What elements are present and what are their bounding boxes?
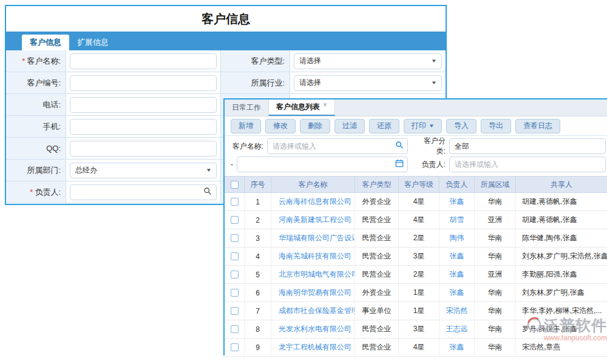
cell-seq: 9 — [245, 339, 271, 356]
filter-owner-input[interactable] — [449, 157, 606, 172]
cell-owner[interactable]: 张鑫 — [439, 339, 475, 356]
toolbar-print-button[interactable]: 打印▼ — [404, 119, 442, 133]
cell-owner[interactable]: 张鑫 — [439, 248, 475, 265]
toolbar-view-log-button[interactable]: 查看日志 — [515, 119, 560, 133]
row-checkbox[interactable] — [231, 343, 239, 351]
button-label: 删除 — [308, 121, 322, 131]
table-row: 2河南美新建筑工程公司民营企业4星胡雪亚洲胡建,蒋德帆,张鑫 — [225, 211, 607, 229]
cell-customer-name[interactable]: 华瑞城有限公司广告设计部 — [271, 229, 355, 247]
toolbar-restore-button[interactable]: 还原 — [369, 119, 399, 133]
row-checkbox-cell — [225, 193, 245, 211]
column-header-shared: 共享人 — [516, 177, 607, 192]
filter-name-input[interactable] — [267, 138, 408, 154]
search-icon[interactable] — [203, 187, 212, 198]
field-qq-input[interactable] — [70, 141, 217, 157]
cell-region: 华南 — [475, 339, 516, 356]
filter-row-2: - 负责人: — [225, 155, 607, 174]
field-customer-name-label: *客户名称: — [6, 50, 66, 72]
field-customer-type-select[interactable]: 请选择▼ — [294, 53, 442, 69]
filter-date-input[interactable] — [237, 157, 408, 172]
cell-customer-type: 民营企业 — [355, 211, 399, 229]
cell-customer-name[interactable]: 海南明华贸易有限公司 — [271, 284, 355, 302]
row-checkbox-cell — [225, 284, 245, 302]
close-icon[interactable]: × — [323, 101, 327, 109]
row-checkbox[interactable] — [231, 216, 239, 224]
form-tab-extended-info[interactable]: 扩展信息 — [69, 35, 117, 50]
field-label-text: 客户名称: — [27, 56, 61, 67]
button-label: 修改 — [273, 121, 288, 131]
field-industry-select[interactable]: 请选择▼ — [294, 75, 442, 91]
cell-customer-name[interactable]: 云南海祥信息有限公司 — [271, 193, 355, 211]
cell-customer-name[interactable]: 河南美新建筑工程公司 — [271, 211, 355, 229]
field-customer-name-input[interactable] — [70, 53, 217, 69]
cell-customer-name[interactable]: 龙宇工程机械有限公司 — [271, 339, 355, 356]
cell-customer-name[interactable]: 北京市明城电气有限公司 — [271, 266, 355, 283]
row-checkbox[interactable] — [231, 198, 239, 206]
row-checkbox-cell — [225, 248, 245, 265]
field-department-select[interactable]: 总经办▼ — [70, 163, 217, 178]
toolbar-add-button[interactable]: 新增 — [231, 119, 261, 133]
field-label-text: 负责人: — [35, 187, 61, 198]
cell-customer-level: 4星 — [399, 339, 439, 356]
toolbar-import-button[interactable]: 导入 — [446, 119, 476, 133]
row-checkbox[interactable] — [231, 325, 239, 333]
cell-shared: 李勤丽,阳强,张鑫 — [516, 266, 607, 283]
cell-seq: 5 — [245, 266, 271, 283]
cell-owner[interactable]: 王志远 — [439, 320, 475, 338]
field-owner-input[interactable] — [70, 184, 217, 200]
tab-daily-work[interactable]: 日常工作 — [225, 99, 268, 116]
button-label: 新增 — [239, 121, 253, 131]
field-mobile-input[interactable] — [70, 119, 217, 135]
table-row: 1云南海祥信息有限公司外资企业4星张鑫华南胡建,蒋德帆,张鑫 — [225, 193, 607, 211]
row-checkbox[interactable] — [231, 234, 239, 242]
field-customer-code-cell — [66, 72, 221, 94]
row-checkbox[interactable] — [231, 252, 239, 260]
field-telephone-input[interactable] — [70, 97, 217, 113]
cell-owner[interactable]: 宋浩然 — [439, 302, 475, 320]
search-icon[interactable] — [395, 141, 404, 152]
cell-shared: 陈华健,陶伟,张鑫 — [516, 229, 607, 247]
cell-customer-type: 外资企业 — [355, 193, 399, 211]
form-tab-customer-info[interactable]: 客户信息 — [22, 35, 69, 50]
cell-shared: 刘东林,罗广明,宋浩然,张鑫 — [516, 248, 607, 265]
cell-customer-name[interactable]: 海南芜城科技有限公司 — [271, 248, 355, 265]
calendar-icon[interactable] — [395, 159, 404, 170]
field-industry-label: 所属行业: — [221, 72, 290, 94]
filter-category-wrap — [449, 138, 606, 154]
cell-owner[interactable]: 张鑫 — [439, 284, 475, 302]
select-all-checkbox[interactable] — [231, 181, 239, 189]
cell-owner[interactable]: 陶伟 — [439, 229, 475, 247]
row-checkbox[interactable] — [231, 307, 239, 315]
toolbar-export-button[interactable]: 导出 — [481, 119, 511, 133]
cell-owner[interactable]: 张鑫 — [439, 193, 475, 211]
cell-customer-level: 4星 — [399, 211, 439, 229]
field-label-text: 客户编号: — [27, 78, 61, 89]
toolbar-delete-button[interactable]: 删除 — [300, 119, 330, 133]
row-checkbox-cell — [225, 211, 245, 229]
cell-customer-type: 民营企业 — [355, 339, 399, 356]
field-customer-code-input[interactable] — [70, 75, 217, 91]
cell-customer-level: 3星 — [399, 320, 439, 338]
row-checkbox-cell — [225, 266, 245, 283]
cell-region: 华南 — [475, 320, 516, 338]
row-checkbox[interactable] — [231, 289, 239, 297]
field-department-label: 所属部门: — [6, 160, 66, 181]
toolbar-edit-button[interactable]: 修改 — [265, 119, 296, 133]
tab-label: 客户信息列表 — [276, 102, 320, 112]
filter-category-label: 客户分类: — [415, 136, 446, 157]
toolbar-filter-button[interactable]: 过滤 — [334, 119, 365, 133]
column-header-level: 客户等级 — [399, 177, 439, 192]
field-owner-cell — [66, 181, 221, 203]
table-row: 9龙宇工程机械有限公司民营企业4星张鑫华南宋浩然,章燕 — [225, 339, 607, 357]
cell-customer-type: 事业单位 — [355, 302, 399, 320]
tab-customer-list[interactable]: 客户信息列表× — [268, 99, 335, 116]
page: 客户信息 客户信息扩展信息 *客户名称:客户类型:请选择▼客户编号:所属行业:请… — [0, 0, 607, 364]
row-checkbox[interactable] — [231, 271, 239, 278]
filter-date-wrap — [237, 157, 408, 172]
cell-owner[interactable]: 张鑫 — [439, 266, 475, 283]
filter-category-input[interactable] — [449, 138, 606, 154]
cell-customer-name[interactable]: 光发水利水电有限公司 — [271, 320, 355, 338]
cell-customer-name[interactable]: 成都市社会保险基金管理... — [271, 302, 355, 320]
cell-owner[interactable]: 胡雪 — [439, 211, 475, 229]
cell-customer-level: 2星 — [399, 266, 439, 283]
